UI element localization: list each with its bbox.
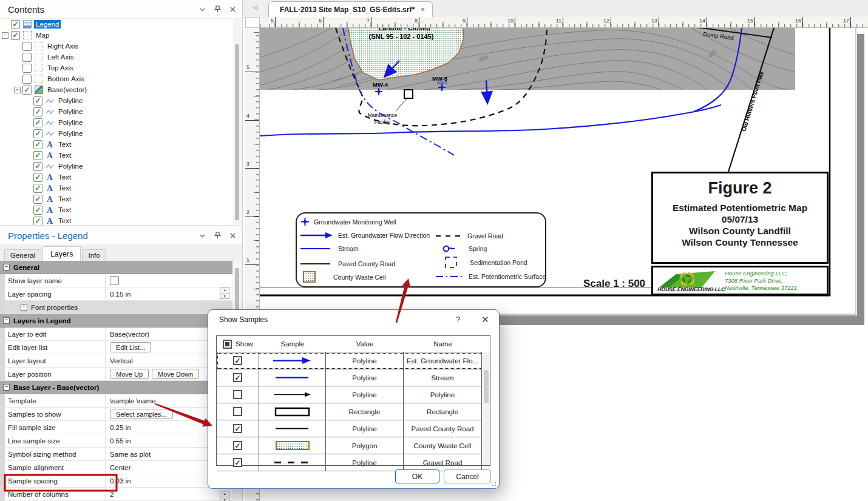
pin-icon[interactable] xyxy=(214,232,221,239)
checkbox[interactable] xyxy=(33,96,42,106)
sample-row[interactable]: Rectangle Rectangle xyxy=(217,403,490,420)
table-scrollbar[interactable] xyxy=(481,352,490,465)
document-tab[interactable]: FALL-2013 Site Map_S10_GS-Edits.srf* × xyxy=(268,1,433,18)
tree-item-text[interactable]: AText xyxy=(0,204,242,215)
fill-sample-size-value[interactable]: 0.25 in xyxy=(106,424,131,431)
column-spacing-spinner[interactable]: ▲▼ xyxy=(220,491,229,501)
sample-row[interactable]: Polyline Polyline xyxy=(217,386,490,403)
collapse-icon[interactable] xyxy=(2,32,8,39)
chevron-down-icon[interactable] xyxy=(199,6,206,13)
line-sample-size-value[interactable]: 0.55 in xyxy=(106,437,131,445)
checkbox[interactable] xyxy=(33,140,42,149)
collapse-icon[interactable] xyxy=(14,87,21,93)
tab-close-icon[interactable]: × xyxy=(421,5,425,14)
tree-item-text[interactable]: AText xyxy=(0,193,242,204)
move-up-button[interactable]: Move Up xyxy=(110,369,149,379)
section-general[interactable]: General xyxy=(0,261,232,274)
sample-row[interactable]: Polyline Paved County Road xyxy=(217,420,490,437)
checkbox[interactable] xyxy=(11,20,20,29)
tree-item-polyline[interactable]: Polyline xyxy=(0,117,242,128)
tree-item-legend[interactable]: Legend xyxy=(0,19,242,30)
sample-row[interactable]: Polyline Est. Groundwater Flo... xyxy=(217,352,490,369)
checkbox[interactable] xyxy=(33,206,42,215)
checkbox[interactable] xyxy=(33,184,42,193)
tab-info[interactable]: Info xyxy=(82,249,106,261)
checkbox[interactable] xyxy=(33,162,42,171)
show-all-checkbox[interactable] xyxy=(223,340,232,349)
tree-item-left-axis[interactable]: Left Axis xyxy=(0,52,242,62)
tree-item-base-vector[interactable]: Base(vector) xyxy=(0,84,242,95)
row-font-properties[interactable]: Font properties xyxy=(0,301,232,314)
layer-to-edit-value[interactable]: Base(vector) xyxy=(106,331,149,338)
sample-row[interactable]: Polyline Gravel Road xyxy=(217,454,490,471)
ok-button[interactable]: OK xyxy=(395,469,439,483)
show-checkbox[interactable] xyxy=(233,441,242,450)
tree-item-text[interactable]: AText xyxy=(0,215,242,225)
sample-row[interactable]: Polyline Stream xyxy=(217,369,490,386)
tree-item-text[interactable]: AText xyxy=(0,139,242,150)
dialog-help-icon[interactable]: ? xyxy=(456,315,460,324)
tree-item-polyline[interactable]: Polyline xyxy=(0,161,242,172)
tree-item-text[interactable]: AText xyxy=(0,172,242,183)
close-icon[interactable] xyxy=(229,232,236,239)
sample-spacing-value[interactable]: 0.03 in xyxy=(106,477,131,485)
tree-scrollbar[interactable] xyxy=(233,19,242,224)
tree-item-text[interactable]: AText xyxy=(0,183,242,193)
tab-general[interactable]: General xyxy=(4,249,41,261)
section-base-layer[interactable]: Base Layer - Base(vector) xyxy=(0,381,232,394)
checkbox[interactable] xyxy=(33,129,42,138)
pin-icon[interactable] xyxy=(214,5,221,13)
tab-layers[interactable]: Layers xyxy=(42,246,81,261)
map-legend-box[interactable]: Groundwater Monitoring Well Est. Groundw… xyxy=(296,212,546,287)
expand-icon[interactable] xyxy=(21,304,27,311)
checkbox[interactable] xyxy=(33,118,42,127)
checkbox[interactable] xyxy=(22,53,32,62)
tab-scroll-left-icon[interactable]: ◁ xyxy=(253,4,257,10)
template-value[interactable]: \sample \name xyxy=(106,397,155,405)
checkbox[interactable] xyxy=(33,107,42,116)
tree-item-bottom-axis[interactable]: Bottom Axis xyxy=(0,73,242,84)
show-checkbox[interactable] xyxy=(233,407,242,416)
move-down-button[interactable]: Move Down xyxy=(152,369,199,379)
show-checkbox[interactable] xyxy=(233,458,242,467)
cancel-button[interactable]: Cancel xyxy=(444,469,491,483)
tree-item-text[interactable]: AText xyxy=(0,150,242,161)
tree-item-right-axis[interactable]: Right Axis xyxy=(0,41,242,52)
show-checkbox[interactable] xyxy=(233,373,242,382)
tree-item-map[interactable]: Map xyxy=(0,30,242,41)
tree-item-top-axis[interactable]: Top Axis xyxy=(0,62,242,73)
sample-row[interactable]: Polygon County Waste Cell xyxy=(217,437,490,454)
edit-list-button[interactable]: Edit List... xyxy=(110,342,151,352)
tree-item-polyline[interactable]: Polyline xyxy=(0,128,242,139)
collapse-icon[interactable] xyxy=(3,264,10,271)
resize-grip[interactable] xyxy=(490,480,497,487)
layer-spacing-value[interactable]: 0.15 in xyxy=(106,291,131,298)
chevron-down-icon[interactable] xyxy=(199,232,206,239)
select-samples-button[interactable]: Select samples... xyxy=(110,409,173,419)
checkbox[interactable] xyxy=(22,86,32,95)
checkbox[interactable] xyxy=(22,64,32,73)
checkbox[interactable] xyxy=(11,31,20,40)
checkbox[interactable] xyxy=(22,75,32,84)
checkbox[interactable] xyxy=(33,173,42,182)
number-of-columns-value[interactable]: 2 xyxy=(106,491,114,498)
layer-layout-value[interactable]: Vertical xyxy=(106,357,133,365)
sample-alignment-value[interactable]: Center xyxy=(106,464,131,471)
close-icon[interactable] xyxy=(229,6,236,13)
checkbox[interactable] xyxy=(22,42,32,51)
section-layers-in-legend[interactable]: Layers in Legend xyxy=(0,314,232,328)
tree-item-polyline[interactable]: Polyline xyxy=(0,106,242,117)
checkbox[interactable] xyxy=(33,195,42,204)
collapse-icon[interactable] xyxy=(3,384,10,391)
dialog-close-icon[interactable]: ✕ xyxy=(481,314,489,325)
show-layer-name-checkbox[interactable] xyxy=(110,276,119,285)
checkbox[interactable] xyxy=(33,151,42,160)
collapse-icon[interactable] xyxy=(3,317,10,324)
show-checkbox[interactable] xyxy=(233,390,242,399)
tree-item-polyline[interactable]: Polyline xyxy=(0,95,242,106)
layer-spacing-spinner[interactable]: ▲▼ xyxy=(220,287,229,299)
checkbox[interactable] xyxy=(33,217,42,226)
symbol-sizing-method-value[interactable]: Same as plot xyxy=(106,451,151,458)
show-checkbox[interactable] xyxy=(233,356,242,365)
show-checkbox[interactable] xyxy=(233,424,242,433)
